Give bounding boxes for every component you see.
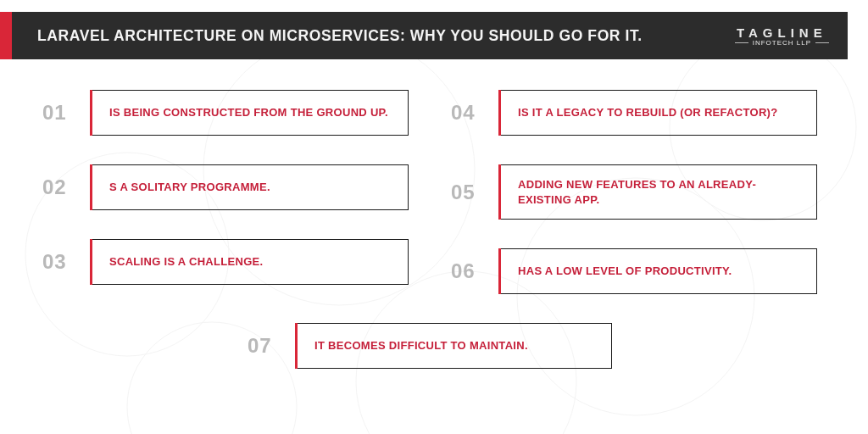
item-box: HAS A LOW LEVEL OF PRODUCTIVITY. — [498, 248, 817, 294]
item-number: 01 — [42, 101, 73, 125]
list-item: 02 S A SOLITARY PROGRAMME. — [42, 164, 409, 210]
header-bar: LARAVEL ARCHITECTURE ON MICROSERVICES: W… — [12, 12, 848, 59]
list-item: 04 IS IT A LEGACY TO REBUILD (OR REFACTO… — [451, 90, 817, 136]
header-accent — [0, 12, 12, 59]
list-item: 06 HAS A LOW LEVEL OF PRODUCTIVITY. — [451, 248, 817, 294]
left-column: 01 IS BEING CONSTRUCTED FROM THE GROUND … — [42, 90, 409, 294]
item-box: S A SOLITARY PROGRAMME. — [90, 164, 409, 210]
item-text: IT BECOMES DIFFICULT TO MAINTAIN. — [314, 338, 528, 353]
item-number: 04 — [451, 101, 481, 125]
item-number: 03 — [42, 250, 73, 274]
header: LARAVEL ARCHITECTURE ON MICROSERVICES: W… — [0, 12, 848, 59]
list-item: 03 SCALING IS A CHALLENGE. — [42, 239, 409, 285]
item-text: IS BEING CONSTRUCTED FROM THE GROUND UP. — [109, 105, 388, 120]
logo-sub: INFOTECH LLP — [735, 39, 829, 47]
item-text: ADDING NEW FEATURES TO AN ALREADY-EXISTI… — [518, 177, 798, 207]
page-title: LARAVEL ARCHITECTURE ON MICROSERVICES: W… — [37, 27, 643, 45]
columns: 01 IS BEING CONSTRUCTED FROM THE GROUND … — [42, 90, 817, 294]
item-text: IS IT A LEGACY TO REBUILD (OR REFACTOR)? — [518, 105, 777, 120]
item-text: SCALING IS A CHALLENGE. — [109, 254, 263, 270]
item-number: 05 — [451, 181, 481, 204]
item-number: 02 — [42, 175, 73, 199]
item-box: IT BECOMES DIFFICULT TO MAINTAIN. — [295, 323, 612, 369]
item-number: 07 — [248, 334, 278, 358]
item-box: IS BEING CONSTRUCTED FROM THE GROUND UP. — [90, 90, 409, 136]
right-column: 04 IS IT A LEGACY TO REBUILD (OR REFACTO… — [451, 90, 817, 294]
center-row: 07 IT BECOMES DIFFICULT TO MAINTAIN. — [42, 323, 817, 369]
item-box: IS IT A LEGACY TO REBUILD (OR REFACTOR)? — [498, 90, 817, 136]
list-item: 05 ADDING NEW FEATURES TO AN ALREADY-EXI… — [451, 164, 817, 220]
list-item: 07 IT BECOMES DIFFICULT TO MAINTAIN. — [248, 323, 612, 369]
item-number: 06 — [451, 259, 481, 283]
item-box: ADDING NEW FEATURES TO AN ALREADY-EXISTI… — [498, 164, 817, 220]
item-text: HAS A LOW LEVEL OF PRODUCTIVITY. — [518, 264, 732, 279]
list-item: 01 IS BEING CONSTRUCTED FROM THE GROUND … — [42, 90, 409, 136]
logo-name: TAGLINE — [737, 25, 827, 40]
item-text: S A SOLITARY PROGRAMME. — [109, 180, 270, 195]
content: 01 IS BEING CONSTRUCTED FROM THE GROUND … — [0, 59, 868, 369]
logo: TAGLINE INFOTECH LLP — [735, 25, 829, 47]
item-box: SCALING IS A CHALLENGE. — [90, 239, 409, 285]
